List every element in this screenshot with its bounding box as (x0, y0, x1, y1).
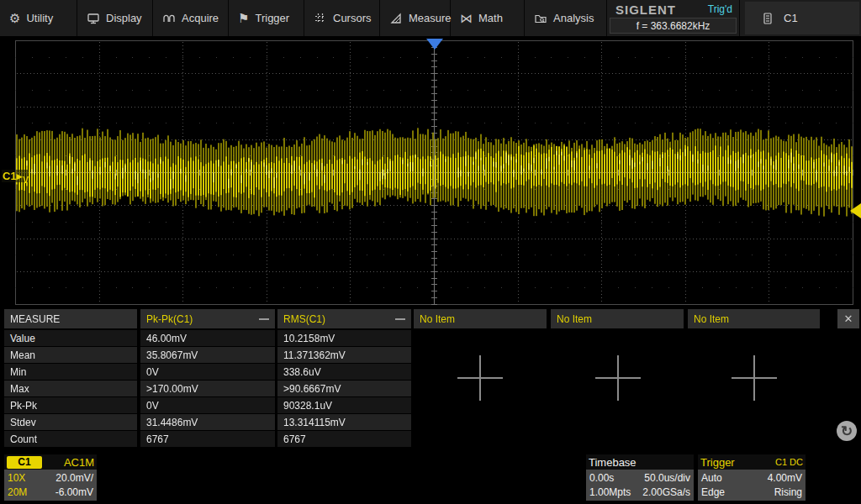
menu-cursors-label: Cursors (333, 12, 372, 24)
measure-value: 46.00mV (140, 330, 275, 346)
measure-value: 10.2158mV (277, 330, 411, 346)
menu-acquire[interactable]: Acquire (153, 0, 229, 36)
channel1-scale: 20.0mV/ (55, 472, 93, 484)
measure-row-label: Max (4, 381, 137, 396)
measure-row-label: Stdev (4, 414, 137, 430)
timebase-delay: 0.00s (589, 472, 614, 484)
measure-row-label: Value (4, 330, 137, 346)
measure-row-label: Min (4, 364, 137, 380)
analysis-icon (534, 12, 547, 25)
brand-status-block: SIGLENT Trig'd f = 363.6682kHz (607, 0, 740, 36)
trigger-type: Edge (701, 486, 725, 498)
measure-value: 6767 (140, 431, 275, 447)
channel1-waveform (0, 38, 861, 305)
menu-analysis[interactable]: Analysis (525, 0, 607, 36)
trigger-level-marker[interactable] (850, 203, 861, 218)
tab-channel-c1[interactable]: C1 (745, 2, 859, 34)
menu-analysis-label: Analysis (553, 12, 594, 24)
measure-value: >90.6667mV (277, 381, 411, 396)
measure-value: 13.314115mV (277, 414, 411, 430)
measure-col-noitem-2[interactable]: No Item (551, 309, 684, 328)
measure-panel: MEASURE Pk-Pk(C1) RMS(C1) No Item No Ite… (0, 309, 861, 447)
measure-col-noitem-3[interactable]: No Item (688, 309, 820, 328)
menu-math-label: Math (478, 12, 503, 24)
waveform-display: C1▸V (0, 38, 861, 305)
measure-col-noitem-1[interactable]: No Item (414, 309, 547, 328)
add-measure-icon[interactable] (732, 355, 777, 401)
menu-display[interactable]: Display (77, 0, 153, 36)
menu-cursors[interactable]: Cursors (304, 0, 380, 36)
siglent-logo: SIGLENT (615, 3, 676, 17)
math-icon: ⋈ (460, 12, 473, 24)
measure-value: 35.8067mV (140, 347, 275, 363)
menu-trigger-label: Trigger (255, 12, 289, 24)
measure-icon (389, 12, 403, 25)
channel1-descriptor-box[interactable]: C1 AC1M 10X 20.0mV/ 20M -6.00mV (4, 454, 97, 501)
trigger-level: 4.00mV (768, 472, 802, 484)
measure-value: 0V (140, 364, 275, 380)
gear-icon: ⚙ (9, 12, 20, 24)
touch-gesture-icon[interactable]: ↻ (837, 421, 857, 441)
menu-math[interactable]: ⋈ Math (451, 0, 525, 36)
list-icon (762, 12, 774, 25)
cursors-icon (314, 12, 327, 25)
close-measure-icon[interactable]: ✕ (837, 309, 859, 328)
menu-utility-label: Utility (26, 12, 53, 24)
remove-measure-icon[interactable] (395, 318, 405, 320)
menu-measure-label: Measure (409, 12, 452, 24)
menu-display-label: Display (106, 12, 142, 24)
timebase-box[interactable]: Timebase 0.00s 50.0us/div 1.00Mpts 2.00G… (586, 454, 694, 501)
measure-value: 31.4486mV (140, 414, 275, 430)
oscilloscope-screen: ⚙ Utility Display Acquire ⚑ Trigger (0, 0, 861, 504)
menu-measure[interactable]: Measure (380, 0, 451, 36)
display-icon (87, 12, 100, 25)
measure-row-label: Count (4, 431, 137, 447)
flag-icon: ⚑ (238, 12, 249, 24)
measure-value: >170.00mV (140, 381, 275, 396)
remove-measure-icon[interactable] (259, 318, 269, 320)
measure-row-label: Pk-Pk (4, 397, 137, 413)
measure-value: 6767 (277, 431, 411, 447)
menu-trigger[interactable]: ⚑ Trigger (229, 0, 304, 36)
timebase-points: 1.00Mpts (589, 486, 631, 498)
tab-channel-c1-label: C1 (784, 12, 798, 24)
timebase-title: Timebase (589, 456, 637, 469)
channel1-offset: -6.00mV (55, 486, 93, 498)
timebase-samplerate: 2.00GSa/s (642, 486, 690, 498)
trigger-source: C1 DC (775, 457, 803, 467)
trigger-slope: Rising (774, 486, 802, 498)
bottom-bar: C1 AC1M 10X 20.0mV/ 20M -6.00mV Timebase (0, 452, 861, 504)
trigger-status-badge: Trig'd (708, 3, 732, 15)
measure-value: 90328.1uV (277, 397, 411, 413)
measure-value: 0V (140, 397, 275, 413)
channel1-badge: C1 (7, 456, 42, 469)
measure-col-rms[interactable]: RMS(C1) (277, 309, 411, 328)
menu-acquire-label: Acquire (182, 12, 219, 24)
measure-value: 11.371362mV (277, 347, 411, 363)
measure-panel-title: MEASURE (4, 309, 137, 328)
menu-bar: ⚙ Utility Display Acquire ⚑ Trigger (0, 0, 861, 36)
add-measure-icon[interactable] (457, 355, 503, 401)
acquire-icon (162, 12, 176, 25)
trigger-box[interactable]: Trigger C1 DC Auto 4.00mV Edge Rising (698, 454, 806, 501)
measure-value: 338.6uV (277, 364, 411, 380)
channel1-position-marker[interactable]: C1▸V (2, 170, 29, 182)
channel1-bandwidth: 20M (8, 486, 27, 498)
channel1-probe: 10X (8, 472, 25, 484)
trigger-title: Trigger (700, 456, 735, 469)
frequency-readout: f = 363.6682kHz (610, 18, 737, 34)
menu-utility[interactable]: ⚙ Utility (0, 0, 77, 36)
trigger-mode: Auto (701, 472, 722, 484)
channel1-coupling: AC1M (64, 456, 94, 469)
measure-row-label: Mean (4, 347, 137, 363)
timebase-scale: 50.0us/div (644, 472, 690, 484)
measure-col-pkpk[interactable]: Pk-Pk(C1) (140, 309, 275, 328)
add-measure-icon[interactable] (595, 355, 641, 401)
trigger-position-marker[interactable] (426, 39, 443, 50)
